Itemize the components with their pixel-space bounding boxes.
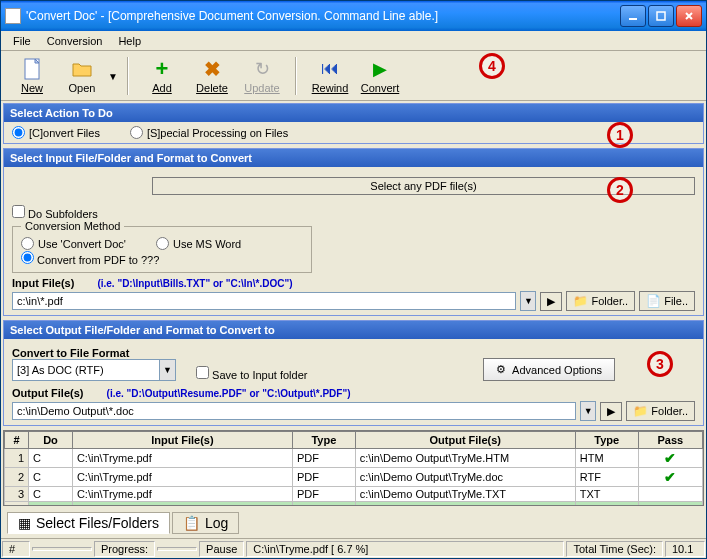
- folder-icon: 📁: [633, 404, 648, 418]
- col-type-in[interactable]: Type: [292, 432, 355, 449]
- file-icon: 📄: [646, 294, 661, 308]
- open-dropdown[interactable]: ▼: [107, 69, 119, 82]
- status-empty1: [32, 547, 92, 551]
- radio-special-processing[interactable]: [S]pecial Processing on Files: [130, 126, 288, 139]
- marker-1: 1: [607, 122, 633, 148]
- action-panel-header: Select Action To Do: [4, 104, 703, 122]
- status-total-time: 10.1: [665, 541, 705, 557]
- convert-button[interactable]: ▶ Convert: [355, 58, 405, 94]
- folder-icon: 📁: [573, 294, 588, 308]
- input-file-button[interactable]: 📄File..: [639, 291, 695, 311]
- plus-icon: +: [151, 58, 173, 80]
- table-row[interactable]: 1CC:\in\Tryme.pdfPDFc:\in\Demo Output\Tr…: [5, 449, 703, 468]
- refresh-icon: ↻: [251, 58, 273, 80]
- grid-icon: ▦: [18, 515, 31, 531]
- menu-help[interactable]: Help: [110, 33, 149, 49]
- input-files-dropdown[interactable]: ▼: [520, 291, 536, 311]
- open-button[interactable]: Open: [57, 58, 107, 94]
- svg-rect-0: [629, 18, 637, 20]
- output-play-button[interactable]: ▶: [600, 402, 622, 421]
- radio-convert-from-pdf[interactable]: Convert from PDF to ???: [21, 254, 159, 266]
- options-icon: ⚙: [496, 363, 506, 376]
- output-panel: Select Output File/Folder and Format to …: [3, 320, 704, 426]
- table-row[interactable]: 3CC:\in\Tryme.pdfPDFc:\in\Demo Output\Tr…: [5, 487, 703, 502]
- tab-select-files[interactable]: ▦ Select Files/Folders: [7, 512, 170, 534]
- output-files-field[interactable]: [12, 402, 576, 420]
- titlebar: 'Convert Doc' - [Comprehensive Document …: [1, 1, 706, 31]
- action-panel: Select Action To Do [C]onvert Files [S]p…: [3, 103, 704, 144]
- col-pass[interactable]: Pass: [638, 432, 702, 449]
- marker-3: 3: [647, 351, 673, 377]
- status-progress-bar: [157, 547, 197, 551]
- bottom-tabs: ▦ Select Files/Folders 📋 Log: [3, 510, 704, 536]
- col-type-out[interactable]: Type: [575, 432, 638, 449]
- app-icon: [5, 8, 21, 24]
- update-button[interactable]: ↻ Update: [237, 58, 287, 94]
- advanced-options-button[interactable]: ⚙ Advanced Options: [483, 358, 615, 381]
- status-progress-label: Progress:: [94, 541, 155, 557]
- new-button[interactable]: New: [7, 58, 57, 94]
- output-panel-header: Select Output File/Folder and Format to …: [4, 321, 703, 339]
- conversion-method-group: Conversion Method Use 'Convert Doc' Use …: [12, 220, 312, 273]
- toolbar: New Open ▼ + Add ✖ Delete ↻ Update ⏮ Rew…: [1, 51, 706, 101]
- input-panel-header: Select Input File/Folder and Format to C…: [4, 149, 703, 167]
- convert-to-format-dropdown[interactable]: ▼: [159, 360, 175, 380]
- close-button[interactable]: [676, 5, 702, 27]
- play-icon: ▶: [369, 58, 391, 80]
- status-hash: #: [2, 541, 30, 557]
- status-total-time-label: Total Time (Sec):: [566, 541, 663, 557]
- delete-x-icon: ✖: [201, 58, 223, 80]
- new-document-icon: [21, 58, 43, 80]
- log-icon: 📋: [183, 515, 200, 531]
- radio-use-ms-word[interactable]: Use MS Word: [156, 237, 241, 250]
- input-panel: Select Input File/Folder and Format to C…: [3, 148, 704, 316]
- marker-4: 4: [479, 53, 505, 79]
- menu-file[interactable]: File: [5, 33, 39, 49]
- col-do[interactable]: Do: [29, 432, 73, 449]
- checkbox-save-to-input-folder[interactable]: Save to Input folder: [196, 366, 307, 381]
- minimize-button[interactable]: [620, 5, 646, 27]
- col-num[interactable]: #: [5, 432, 29, 449]
- conversion-grid[interactable]: # Do Input File(s) Type Output File(s) T…: [3, 430, 704, 506]
- input-play-button[interactable]: ▶: [540, 292, 562, 311]
- menubar: File Conversion Help: [1, 31, 706, 51]
- col-input[interactable]: Input File(s): [72, 432, 292, 449]
- input-files-field[interactable]: [12, 292, 516, 310]
- status-current-file: C:\in\Tryme.pdf [ 6.7 %]: [246, 541, 564, 557]
- col-output[interactable]: Output File(s): [355, 432, 575, 449]
- add-button[interactable]: + Add: [137, 58, 187, 94]
- marker-2: 2: [607, 177, 633, 203]
- svg-rect-1: [657, 12, 665, 20]
- statusbar: # Progress: Pause C:\in\Tryme.pdf [ 6.7 …: [1, 538, 706, 558]
- checkbox-do-subfolders[interactable]: Do Subfolders: [12, 205, 695, 220]
- convert-to-format-combo[interactable]: [13, 360, 159, 380]
- output-folder-button[interactable]: 📁Folder..: [626, 401, 695, 421]
- folder-open-icon: [71, 58, 93, 80]
- table-row[interactable]: 2CC:\in\Tryme.pdfPDFc:\in\Demo Output\Tr…: [5, 468, 703, 487]
- output-files-dropdown[interactable]: ▼: [580, 401, 596, 421]
- radio-convert-files[interactable]: [C]onvert Files: [12, 126, 100, 139]
- menu-conversion[interactable]: Conversion: [39, 33, 111, 49]
- table-row[interactable]: 4Cc:\in\*.pdfPDFc:\in\Demo Output\*.docR…: [5, 502, 703, 507]
- input-folder-button[interactable]: 📁Folder..: [566, 291, 635, 311]
- radio-use-convert-doc[interactable]: Use 'Convert Doc': [21, 237, 126, 250]
- window-title: 'Convert Doc' - [Comprehensive Document …: [26, 9, 620, 23]
- rewind-button[interactable]: ⏮ Rewind: [305, 58, 355, 94]
- rewind-icon: ⏮: [319, 58, 341, 80]
- delete-button[interactable]: ✖ Delete: [187, 58, 237, 94]
- tab-log[interactable]: 📋 Log: [172, 512, 239, 534]
- maximize-button[interactable]: [648, 5, 674, 27]
- status-pause[interactable]: Pause: [199, 541, 244, 557]
